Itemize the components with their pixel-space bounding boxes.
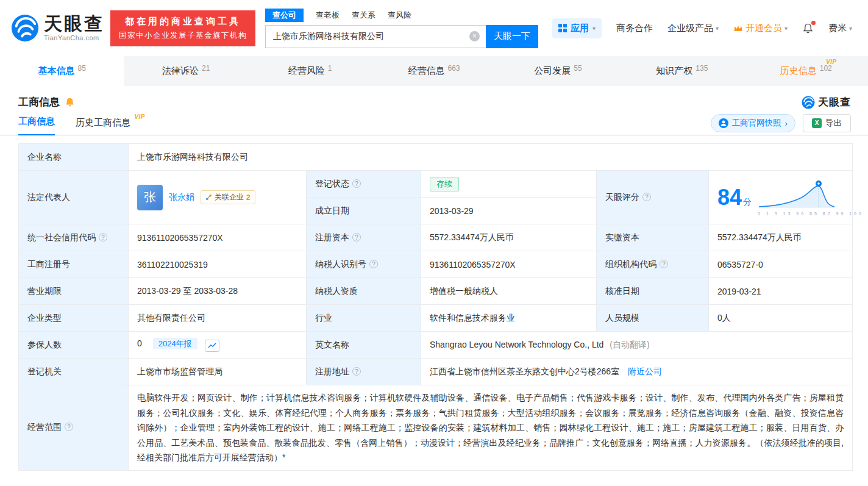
field-label-text: 经营范围	[27, 422, 62, 432]
field-value-registration-authority: 上饶市市场监督管理局	[129, 359, 307, 385]
help-icon[interactable]: ?	[642, 193, 651, 201]
section-title: 工商信息	[18, 95, 60, 109]
export-button[interactable]: X 导出	[803, 114, 851, 132]
help-icon[interactable]: ?	[352, 367, 361, 376]
search-tab-boss[interactable]: 查老板	[316, 9, 340, 22]
field-label-tianyan-score: 天眼评分?	[597, 171, 709, 224]
legal-rep-name-link[interactable]: 张永娟	[169, 192, 194, 203]
search-button[interactable]: 天眼一下	[486, 25, 538, 48]
tianyancha-logo[interactable]: 天眼查 TianYanCha.com	[11, 14, 104, 42]
field-label-text: 天眼评分	[605, 192, 639, 202]
search-tab-risk[interactable]: 查风险	[388, 9, 411, 22]
field-label-legal-representative: 法定代表人	[19, 171, 129, 224]
field-value-tianyan-score[interactable]: 84分 0 1 3 13 50 85 87 99 10	[709, 171, 853, 224]
caret-down-icon: ▾	[716, 25, 719, 32]
table-row: 参保人数 0 2024年报 英文名称 Shangrao Leyou Networ…	[19, 332, 853, 359]
subscribe-bell-icon[interactable]	[65, 97, 75, 107]
logo-subtitle: TianYanCha.com	[44, 34, 104, 41]
caret-down-icon: ▾	[592, 25, 596, 32]
field-value-registered-capital: 5572.334474万人民币	[421, 224, 597, 251]
tab-operating-risk[interactable]: 经营风险1	[248, 56, 372, 86]
tianyancha-logo-icon	[802, 96, 815, 109]
field-label-company-name: 企业名称	[19, 144, 129, 171]
insured-trend-icon[interactable]	[205, 340, 219, 352]
subtabs-bar: 工商信息 历史工商信息 VIP 工商官网快照 › X 导出	[0, 112, 868, 136]
field-label-business-scope: 经营范围?	[19, 385, 129, 471]
nearby-companies-link[interactable]: 附近公司	[628, 366, 662, 376]
help-icon[interactable]: ?	[65, 423, 73, 431]
tab-legal-proceedings[interactable]: 法律诉讼21	[124, 56, 247, 86]
subtab-business-registration[interactable]: 工商信息	[18, 116, 55, 135]
tab-basic-info[interactable]: 基本信息85	[0, 56, 124, 86]
tab-intellectual-property[interactable]: 知识产权135	[620, 56, 744, 86]
apps-menu-button[interactable]: 应用 ▾	[552, 18, 602, 38]
crown-icon	[733, 24, 743, 32]
help-icon[interactable]: ?	[352, 179, 361, 188]
field-value-approval-date: 2019-03-21	[709, 278, 853, 305]
related-companies-tag[interactable]: 关联企业 2	[201, 190, 255, 204]
score-unit: 分	[743, 197, 752, 207]
field-value-taxpayer-id: 91361102065357270X	[421, 251, 597, 278]
field-value-company-type: 其他有限责任公司	[129, 305, 307, 332]
status-badge: 存续	[430, 177, 459, 191]
table-row: 工商注册号 361102210025319 纳税人识别号? 9136110206…	[19, 251, 853, 278]
tab-business-info[interactable]: 经营信息663	[372, 56, 496, 86]
subtab-history-registration[interactable]: 历史工商信息 VIP	[76, 117, 130, 135]
field-label-establish-date: 成立日期	[307, 198, 421, 224]
search-input[interactable]	[265, 25, 486, 48]
annual-report-tag[interactable]: 2024年报	[153, 338, 197, 349]
help-icon[interactable]: ?	[660, 260, 668, 268]
field-label-approval-date: 核准日期	[597, 278, 709, 305]
user-menu[interactable]: 费米 ▾	[828, 23, 852, 34]
tab-company-development[interactable]: 公司发展55	[496, 56, 620, 86]
field-value-staff-size: 0人	[709, 305, 853, 332]
help-icon[interactable]: ?	[369, 260, 378, 268]
legal-rep-avatar[interactable]: 张	[137, 185, 163, 210]
field-label-text: 组织机构代码	[605, 259, 656, 269]
field-label-taxpayer-id: 纳税人识别号?	[307, 251, 421, 278]
field-value-credit-code: 91361102065357270X	[129, 224, 307, 251]
table-row: 经营范围? 电脑软件开发；网页设计、制作；计算机信息技术咨询服务；计算机软硬件及…	[19, 385, 853, 471]
table-row: 营业期限 2013-03-29 至 2033-03-28 纳税人资质 增值税一般…	[19, 278, 853, 305]
relation-graph-icon	[205, 194, 212, 201]
field-label-registered-address: 注册地址?	[307, 359, 421, 385]
related-companies-count: 2	[246, 193, 251, 202]
field-value-business-term: 2013-03-29 至 2033-03-28	[129, 278, 307, 305]
field-label-registration-status: 登记状态?	[307, 171, 421, 198]
help-icon[interactable]: ?	[352, 233, 361, 241]
field-label-english-name: 英文名称	[307, 332, 421, 359]
notifications-button[interactable]	[802, 23, 814, 34]
search-tab-relation[interactable]: 查关系	[352, 9, 375, 22]
snapshot-label: 工商官网快照	[732, 118, 781, 129]
field-label-paid-capital: 实缴资本	[597, 224, 709, 251]
search-tab-company[interactable]: 查公司	[265, 9, 304, 22]
field-value-registered-address: 江西省上饶市信州区茶圣东路文创中心2号楼266室 附近公司	[421, 359, 853, 385]
clear-search-icon[interactable]: ×	[469, 31, 480, 41]
tab-history-info[interactable]: 历史信息102VIP	[744, 56, 868, 86]
promo-banner: 都在用的商业查询工具 国家中小企业发展子基金旗下机构	[110, 10, 255, 46]
logo-title: 天眼查	[44, 15, 104, 33]
subtab-actions: 工商官网快照 › X 导出	[711, 114, 852, 132]
related-companies-label: 关联企业	[215, 192, 244, 202]
tab-count: 102	[820, 64, 832, 73]
english-name-text: Shangrao Leyou Network Technology Co., L…	[430, 340, 603, 349]
table-row: 登记机关 上饶市市场监督管理局 注册地址? 江西省上饶市信州区茶圣东路文创中心2…	[19, 359, 853, 385]
open-vip-button[interactable]: 开通会员 ▾	[733, 23, 788, 34]
banner-line2: 国家中小企业发展子基金旗下机构	[119, 30, 247, 41]
menu-cooperation[interactable]: 商务合作	[616, 23, 653, 34]
banner-line1: 都在用的商业查询工具	[119, 16, 247, 27]
field-label-industry: 行业	[307, 305, 421, 332]
grid-icon	[558, 24, 567, 32]
section-watermark-logo: 天眼查	[802, 95, 851, 109]
field-value-establish-date: 2013-03-29	[421, 198, 597, 224]
tab-label: 经营信息	[408, 65, 444, 77]
auto-translate-note: (自动翻译)	[610, 340, 649, 349]
menu-enterprise-products[interactable]: 企业级产品 ▾	[667, 23, 719, 34]
person-icon	[719, 118, 728, 128]
watermark-logo-text: 天眼查	[818, 95, 851, 109]
help-icon[interactable]: ?	[99, 233, 107, 241]
notification-dot	[811, 21, 816, 25]
caret-down-icon: ▾	[849, 25, 852, 32]
tianyancha-logo-icon	[11, 14, 39, 42]
official-snapshot-button[interactable]: 工商官网快照 ›	[711, 114, 796, 132]
